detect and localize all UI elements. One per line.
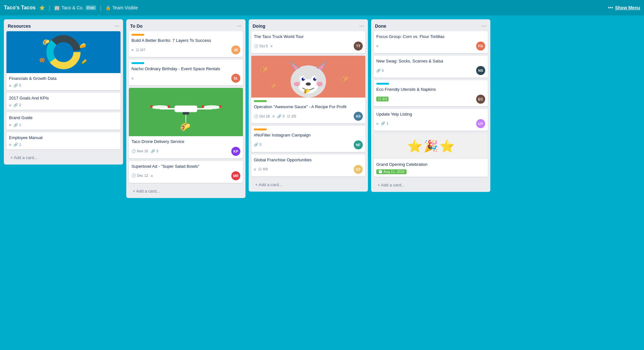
card-cover-drone: 🌮 xyxy=(129,88,243,136)
show-menu-button[interactable]: Show Menu xyxy=(615,5,640,10)
card-avatar: SL xyxy=(231,74,240,83)
org-icon: 🏢 xyxy=(54,5,60,10)
card-awesome-sauce[interactable]: 🌮 🌮 🌮 xyxy=(251,56,365,123)
visibility-label: Team Visible xyxy=(112,5,138,10)
card-financials-meta: ≡ 🔗 5 xyxy=(9,83,118,88)
svg-text:🌮: 🌮 xyxy=(260,66,268,73)
card-goals-title: 2017 Goals And KPIs xyxy=(9,95,118,101)
column-todo-header: To Do ··· xyxy=(126,19,245,31)
card-nacho-meta: ≡ SL xyxy=(131,74,240,83)
column-doing-menu[interactable]: ··· xyxy=(359,23,364,29)
attachment-count: 🔗 5 xyxy=(376,69,384,73)
header-right: ••• Show Menu xyxy=(608,5,640,11)
column-todo: To Do ··· Build A Better Burrito: 7 Laye… xyxy=(126,19,245,198)
card-franchise[interactable]: Global Franchise Opportunities ≡ ☑ 4/9 G… xyxy=(251,155,365,176)
card-superbowl-title: Superbowl Ad - "Super Salad Bowls" xyxy=(131,164,240,169)
column-resources-menu[interactable]: ··· xyxy=(114,23,119,29)
card-label-cyan xyxy=(131,62,144,64)
column-done-menu[interactable]: ··· xyxy=(482,23,486,29)
card-avatar: EC xyxy=(476,95,485,104)
attachment-count: 🔗 3 xyxy=(254,143,261,147)
card-drone-meta: 🕐 Nov 10 🔗 3 KP xyxy=(131,147,240,156)
card-goals[interactable]: 2017 Goals And KPIs ≡ 🔗 2 xyxy=(6,93,120,110)
card-avatar: NF xyxy=(354,140,363,149)
column-done-header: Done ··· xyxy=(371,19,490,31)
card-eco[interactable]: Eco Friendly Utensils & Napkins ☑ 3/3 EC xyxy=(374,80,488,106)
attachment-count: 🔗 2 xyxy=(14,103,21,107)
date: 🕐 Dec 12 xyxy=(131,174,148,178)
card-awesome-sauce-title: Operation "Awesome Sauce" - A Recipe For… xyxy=(254,104,363,110)
svg-text:🌽: 🌽 xyxy=(81,59,87,65)
date: 🕐 Nov 10 xyxy=(131,149,148,153)
svg-point-17 xyxy=(219,105,222,108)
add-card-resources[interactable]: + Add a card... xyxy=(6,153,120,162)
column-done-title: Done xyxy=(375,24,386,29)
attachment-count: 🔗 5 xyxy=(14,83,21,88)
desc-icon: ≡ xyxy=(254,167,256,171)
card-label-cyan xyxy=(376,83,389,85)
add-card-done[interactable]: + Add a card... xyxy=(374,181,488,189)
card-nacho-title: Nacho Ordinary Birthday - Event Space Re… xyxy=(131,66,240,72)
desc-icon: ≡ xyxy=(9,123,11,127)
column-doing-header: Doing ··· xyxy=(249,19,368,31)
card-avatar: FG xyxy=(476,42,485,51)
card-avatar: UY xyxy=(476,119,485,128)
desc-icon: ≡ xyxy=(9,143,11,147)
column-doing-title: Doing xyxy=(253,24,265,29)
card-financials[interactable]: 🌮 🧀 🥨 🌽 Financials & Growth Data ≡ 🔗 5 xyxy=(6,31,120,90)
card-nofiller-title: #NoFiller Instagram Campaign xyxy=(254,132,363,138)
card-brand-title: Brand Guide xyxy=(9,115,118,121)
app-header: Taco's Tacos ⭐ | 🏢 Taco & Co. Free | 🔒 T… xyxy=(0,0,644,15)
card-nacho[interactable]: Nacho Ordinary Birthday - Event Space Re… xyxy=(129,60,243,85)
party-icon: 🎉 xyxy=(424,139,438,153)
star-right-icon: ⭐ xyxy=(439,139,455,153)
card-brand[interactable]: Brand Guide ≡ 🔗 1 xyxy=(6,112,120,129)
column-resources-cards: 🌮 🧀 🥨 🌽 Financials & Growth Data ≡ 🔗 5 2… xyxy=(4,31,123,152)
desc-icon: ≡ xyxy=(9,84,11,88)
card-taco-truck-title: The Taco Truck World Tour xyxy=(254,34,363,40)
card-yelp[interactable]: Update Yelp Listing ≡ 🔗 1 UY xyxy=(374,109,488,131)
card-cover-celebration: ⭐ 🎉 ⭐ xyxy=(374,133,488,159)
card-eco-meta: ☑ 3/3 EC xyxy=(376,95,485,104)
star-icon[interactable]: ⭐ xyxy=(39,5,45,10)
desc-icon: ≡ xyxy=(131,48,133,52)
card-focus-group[interactable]: Focus Group: Corn vs. Flour Tortillas ≡ … xyxy=(374,31,488,53)
add-card-todo[interactable]: + Add a card... xyxy=(129,187,243,195)
desc-icon: ≡ xyxy=(151,174,153,178)
svg-text:🌮: 🌮 xyxy=(303,88,310,94)
lock-icon: 🔒 xyxy=(105,5,111,10)
svg-point-15 xyxy=(168,105,170,108)
svg-rect-18 xyxy=(183,112,189,115)
card-burrito-meta: ≡ ☑ 0/7 JB xyxy=(131,45,240,54)
add-card-doing[interactable]: + Add a card... xyxy=(251,180,365,189)
svg-point-14 xyxy=(150,105,153,108)
attachment-count: 🔗 3 xyxy=(277,114,284,118)
card-swag[interactable]: New Swag: Socks, Scarves & Salsa 🔗 5 NS xyxy=(374,56,488,78)
svg-point-39 xyxy=(294,82,300,86)
org-name: Taco & Co. xyxy=(62,5,83,10)
column-resources: Resources ··· 🌮 🧀 🥨 � xyxy=(4,19,123,165)
card-avatar: GF xyxy=(354,165,363,174)
card-burrito[interactable]: Build A Better Burrito: 7 Layers To Succ… xyxy=(129,31,243,57)
column-resources-title: Resources xyxy=(8,24,31,29)
card-superbowl[interactable]: Superbowl Ad - "Super Salad Bowls" 🕐 Dec… xyxy=(129,161,243,183)
card-drone[interactable]: 🌮 Taco Drone Delivery Service 🕐 Nov 10 🔗… xyxy=(129,88,243,158)
card-grand-opening[interactable]: ⭐ 🎉 ⭐ Grand Opening Celebration 🕐 Aug 11… xyxy=(374,133,488,177)
desc-icon: ≡ xyxy=(376,122,378,126)
desc-icon: ≡ xyxy=(9,103,11,107)
card-avatar: JB xyxy=(231,45,240,54)
card-label-orange xyxy=(254,128,267,130)
card-brand-meta: ≡ 🔗 1 xyxy=(9,123,118,127)
desc-icon: ≡ xyxy=(131,76,133,80)
card-employee[interactable]: Employee Manual ≡ 🔗 1 xyxy=(6,132,120,149)
svg-text:🥨: 🥨 xyxy=(39,58,45,63)
card-nofiller[interactable]: #NoFiller Instagram Campaign 🔗 3 NF xyxy=(251,126,365,152)
svg-point-36 xyxy=(315,78,316,79)
svg-point-3 xyxy=(58,46,69,58)
column-todo-menu[interactable]: ··· xyxy=(237,23,242,29)
card-burrito-title: Build A Better Burrito: 7 Layers To Succ… xyxy=(131,38,240,43)
free-badge: Free xyxy=(86,5,96,10)
column-doing: Doing ··· The Taco Truck World Tour 🕐 Oc… xyxy=(249,19,368,192)
card-label-green xyxy=(254,100,267,102)
card-taco-truck[interactable]: The Taco Truck World Tour 🕐 Oct 5 ≡ TT xyxy=(251,31,365,53)
